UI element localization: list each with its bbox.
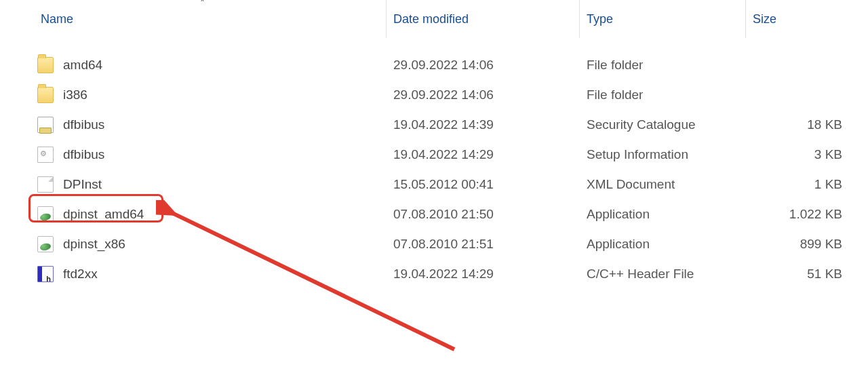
column-header-size[interactable]: Size [746,0,854,38]
column-header-name[interactable]: Name ˄ [37,0,387,38]
file-row[interactable]: dfbibus19.04.2022 14:29Setup Information… [37,140,868,170]
file-row[interactable]: ftd2xx19.04.2022 14:29C/C++ Header File5… [37,259,868,289]
file-row[interactable]: dpinst_amd6407.08.2010 21:50Application1… [37,199,868,229]
folder-icon [37,87,54,103]
column-header-date[interactable]: Date modified [387,0,580,38]
cell-type: Application [580,237,746,252]
file-name-label: dpinst_x86 [63,237,125,252]
cell-name: dpinst_amd64 [37,206,387,223]
file-name-label: dfbibus [63,147,104,162]
cell-type: Security Catalogue [580,117,746,132]
cell-name: dfbibus [37,147,387,163]
column-label: Date modified [393,12,469,26]
column-header-type[interactable]: Type [580,0,746,38]
folder-icon [37,57,54,73]
cell-size: 18 KB [746,117,854,132]
cell-size: 899 KB [746,237,854,252]
cell-type: File folder [580,58,746,73]
file-name-label: DPInst [63,177,102,192]
file-name-label: amd64 [63,58,102,73]
cell-type: Setup Information [580,147,746,162]
sort-caret-up-icon: ˄ [200,0,205,9]
cell-type: XML Document [580,177,746,192]
cell-size: 1 KB [746,177,854,192]
file-row[interactable]: i38629.09.2022 14:06File folder [37,80,868,110]
file-name-label: dfbibus [63,117,104,132]
cell-type: File folder [580,88,746,102]
exe-icon [37,206,54,223]
inf-icon [37,147,54,163]
cell-date: 29.09.2022 14:06 [387,88,580,102]
cell-date: 29.09.2022 14:06 [387,58,580,73]
file-name-label: ftd2xx [63,267,98,282]
cat-icon [37,117,54,133]
column-label: Name [41,12,73,26]
cell-name: amd64 [37,57,387,73]
exe-icon [37,236,54,252]
file-row[interactable]: dfbibus19.04.2022 14:39Security Catalogu… [37,110,868,140]
file-list: amd6429.09.2022 14:06File folderi38629.0… [0,38,868,289]
cell-name: dfbibus [37,117,387,133]
cell-size: 1.022 KB [746,207,854,222]
file-name-label: dpinst_amd64 [63,207,144,222]
cell-date: 07.08.2010 21:51 [387,237,580,252]
cell-name: i386 [37,87,387,103]
column-header-row: Name ˄ Date modified Type Size [0,0,868,38]
cell-type: Application [580,207,746,222]
cell-date: 07.08.2010 21:50 [387,207,580,222]
file-row[interactable]: dpinst_x8607.08.2010 21:51Application899… [37,229,868,259]
cell-date: 19.04.2022 14:29 [387,147,580,162]
doc-icon [37,176,54,193]
cell-name: dpinst_x86 [37,236,387,252]
h-icon [37,266,54,282]
cell-type: C/C++ Header File [580,267,746,282]
cell-date: 15.05.2012 00:41 [387,177,580,192]
file-name-label: i386 [63,88,87,102]
cell-size: 3 KB [746,147,854,162]
file-row[interactable]: amd6429.09.2022 14:06File folder [37,50,868,80]
cell-date: 19.04.2022 14:29 [387,267,580,282]
column-label: Size [753,12,776,26]
column-label: Type [587,12,613,26]
cell-date: 19.04.2022 14:39 [387,117,580,132]
cell-name: ftd2xx [37,266,387,282]
file-row[interactable]: DPInst15.05.2012 00:41XML Document1 KB [37,170,868,199]
cell-name: DPInst [37,176,387,193]
cell-size: 51 KB [746,267,854,282]
